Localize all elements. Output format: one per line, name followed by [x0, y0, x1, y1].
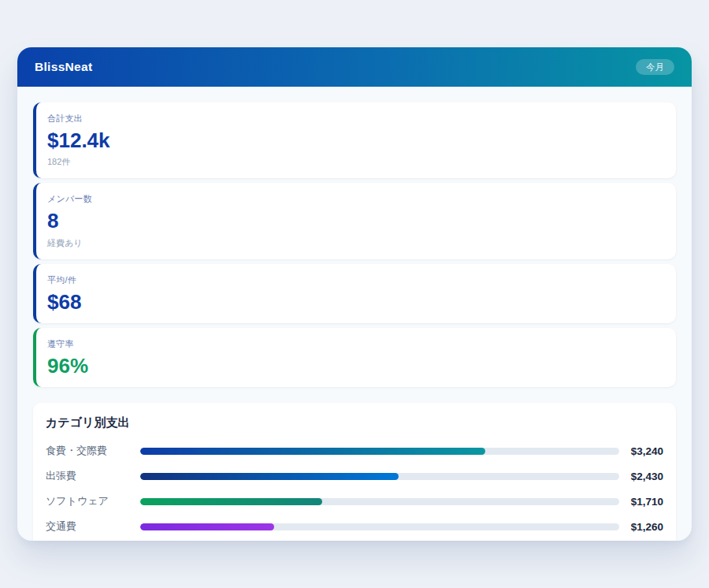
stats-list: 合計支出 $12.4k 182件 メンバー数 8 経費あり 平均/件 $68 遵… [33, 102, 676, 387]
stat-value: $12.4k [47, 130, 663, 151]
category-label: ソフトウェア [46, 494, 140, 508]
stat-label: 遵守率 [47, 338, 663, 350]
stat-value: $68 [47, 292, 663, 313]
category-label: 食費・交際費 [46, 444, 140, 458]
stat-label: メンバー数 [47, 193, 663, 205]
category-row: 出張費 $2,430 [46, 469, 663, 483]
stat-sub: 経費あり [47, 237, 663, 249]
app-header: BlissNeat 今月 [17, 47, 692, 87]
bar-fill [140, 448, 485, 455]
bar-track [140, 523, 619, 530]
category-rows: 食費・交際費 $3,240 出張費 $2,430 ソフトウェア [46, 444, 663, 541]
main-content: 合計支出 $12.4k 182件 メンバー数 8 経費あり 平均/件 $68 遵… [17, 87, 692, 541]
category-value: $3,240 [619, 445, 663, 457]
stat-label: 合計支出 [47, 113, 663, 125]
bar-fill [140, 498, 322, 505]
category-value: $1,260 [619, 521, 663, 533]
category-row: 食費・交際費 $3,240 [46, 444, 663, 458]
category-value: $2,430 [619, 471, 663, 482]
stat-value: 96% [47, 355, 663, 377]
bar-track [140, 448, 619, 455]
app-title: BlissNeat [35, 60, 92, 74]
stat-sub: 182件 [47, 156, 663, 168]
bar-fill [140, 473, 399, 480]
stat-value: 8 [47, 210, 663, 232]
period-badge[interactable]: 今月 [636, 59, 674, 76]
category-breakdown-title: カテゴリ別支出 [46, 415, 663, 430]
stat-card-average-per-item: 平均/件 $68 [33, 264, 676, 323]
stat-card-member-count: メンバー数 8 経費あり [33, 183, 676, 259]
stat-label: 平均/件 [47, 274, 663, 286]
category-label: 出張費 [46, 469, 140, 483]
stat-card-compliance-rate: 遵守率 96% [33, 328, 676, 387]
bar-fill [140, 523, 274, 530]
category-row: ソフトウェア $1,710 [46, 494, 663, 508]
category-value: $1,710 [619, 496, 663, 508]
bar-track [140, 498, 619, 505]
app-window: BlissNeat 今月 合計支出 $12.4k 182件 メンバー数 8 経費… [17, 47, 692, 541]
bar-track [140, 473, 619, 480]
category-breakdown-card: カテゴリ別支出 食費・交際費 $3,240 出張費 $2,430 [33, 403, 676, 541]
stat-card-total-spend: 合計支出 $12.4k 182件 [33, 102, 676, 178]
category-row: 交通費 $1,260 [46, 519, 663, 534]
category-label: 交通費 [46, 519, 140, 534]
